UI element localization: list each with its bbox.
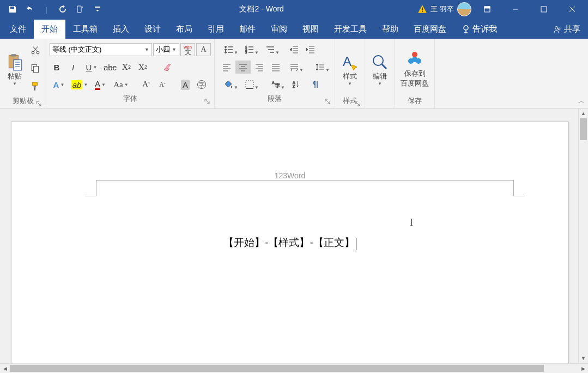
format-painter-icon[interactable] (28, 79, 43, 93)
clear-format-icon[interactable] (161, 61, 175, 74)
group-save: 保存到 百度网盘 保存 (395, 39, 435, 108)
tab-file[interactable]: 文件 (2, 20, 34, 39)
collapse-ribbon-icon[interactable]: ︿ (578, 97, 585, 106)
window-title: 文档2 - Word (106, 4, 417, 14)
avatar[interactable] (457, 2, 471, 16)
enclose-char-icon[interactable]: A (178, 78, 192, 91)
document-area[interactable]: 123Word 【开始】-【样式】-【正文】 I (0, 109, 588, 363)
page[interactable]: 123Word 【开始】-【样式】-【正文】 I (11, 122, 569, 363)
sort-icon[interactable]: AZ (287, 78, 306, 91)
font-name-combo[interactable]: 等线 (中文正文)▼ (50, 43, 152, 56)
circled-char-icon[interactable]: 字 (195, 78, 209, 91)
svg-point-15 (558, 28, 560, 30)
tab-review[interactable]: 审阅 (263, 20, 295, 39)
editing-button[interactable]: 编辑 ▼ (367, 40, 392, 96)
svg-text:Z: Z (293, 85, 295, 88)
svg-line-85 (382, 64, 386, 69)
copy-icon[interactable] (28, 61, 43, 75)
align-left-icon[interactable] (219, 61, 234, 74)
hscroll-track[interactable] (10, 364, 578, 373)
font-size-combo[interactable]: 小四▼ (153, 43, 179, 56)
tab-home[interactable]: 开始 (34, 20, 65, 39)
scroll-down-icon[interactable]: ▼ (579, 353, 588, 363)
scroll-right-icon[interactable]: ▶ (578, 364, 588, 373)
user-name[interactable]: 王 羽卒 (431, 4, 454, 14)
char-border-icon[interactable]: A (196, 43, 211, 56)
paragraph-launcher-icon[interactable] (324, 97, 331, 105)
warning-icon (417, 4, 427, 14)
group-clipboard: 粘贴 ▼ 剪贴板 (0, 39, 46, 108)
ribbon-display-icon[interactable] (475, 1, 500, 17)
svg-point-22 (32, 52, 34, 55)
grow-font-icon[interactable]: Aˇ (139, 78, 153, 91)
cut-icon[interactable] (28, 43, 43, 57)
styles-launcher-icon[interactable] (354, 99, 361, 107)
phonetic-guide-icon[interactable]: wén文 (180, 43, 195, 56)
shading-icon[interactable]: ▼ (219, 78, 239, 91)
align-justify-icon[interactable] (268, 61, 283, 74)
ibeam-cursor-icon: I (410, 217, 413, 228)
char-shading-icon[interactable]: Aa▼ (112, 78, 130, 91)
horizontal-scrollbar[interactable]: ◀ ▶ (0, 363, 588, 373)
scroll-left-icon[interactable]: ◀ (0, 364, 10, 373)
minimize-icon[interactable] (503, 1, 528, 17)
tab-tell-me[interactable]: 告诉我 (454, 20, 505, 39)
paste-button[interactable]: 粘贴 ▼ (2, 40, 27, 96)
tab-help[interactable]: 帮助 (374, 20, 406, 39)
tab-baidu[interactable]: 百度网盘 (406, 20, 454, 39)
strikethrough-button[interactable]: abc (103, 61, 117, 74)
svg-rect-0 (77, 6, 81, 13)
svg-point-86 (412, 52, 417, 57)
line-spacing-icon[interactable]: ▼ (311, 61, 330, 74)
save-baidu-button[interactable]: 保存到 百度网盘 (397, 40, 432, 96)
vertical-scrollbar[interactable]: ▲ ▼ (578, 109, 588, 363)
show-marks-icon[interactable] (307, 78, 323, 91)
increase-indent-icon[interactable] (303, 43, 318, 56)
tab-insert[interactable]: 插入 (105, 20, 137, 39)
clipboard-launcher-icon[interactable] (35, 99, 43, 107)
multilevel-icon[interactable]: ▼ (260, 43, 280, 56)
svg-rect-18 (14, 59, 22, 70)
touch-mode-icon[interactable] (72, 2, 88, 17)
tab-references[interactable]: 引用 (200, 20, 232, 39)
superscript-button[interactable]: X2 (136, 61, 150, 74)
undo-icon[interactable] (22, 2, 38, 17)
qat-customize-icon[interactable] (89, 2, 106, 17)
font-color-icon[interactable]: A▼ (91, 78, 110, 91)
align-center-icon[interactable] (235, 61, 251, 74)
close-icon[interactable] (560, 1, 585, 17)
borders-icon[interactable]: ▼ (240, 78, 259, 91)
hscroll-thumb[interactable] (10, 365, 544, 372)
text-effects-icon[interactable]: A▼ (50, 78, 68, 91)
font-launcher-icon[interactable] (203, 97, 211, 105)
align-right-icon[interactable] (252, 61, 267, 74)
tab-developer[interactable]: 开发工具 (326, 20, 374, 39)
tab-design[interactable]: 设计 (137, 20, 168, 39)
maximize-icon[interactable] (531, 1, 556, 17)
numbering-icon[interactable]: 123▼ (240, 43, 259, 56)
align-distribute-icon[interactable]: ▼ (284, 61, 304, 74)
tab-layout[interactable]: 布局 (168, 20, 200, 39)
tab-mailings[interactable]: 邮件 (232, 20, 263, 39)
scroll-up-icon[interactable]: ▲ (579, 109, 588, 118)
redo-icon[interactable] (54, 2, 71, 17)
tab-toolbox[interactable]: 工具箱 (65, 20, 105, 39)
shrink-font-icon[interactable]: Aˇ (155, 78, 169, 91)
italic-button[interactable]: I (66, 61, 80, 74)
save-icon[interactable] (4, 2, 21, 17)
bullets-icon[interactable]: ▼ (219, 43, 239, 56)
highlight-icon[interactable]: ab▼ (70, 78, 89, 91)
ribbon: 粘贴 ▼ 剪贴板 等线 (中文正文)▼ 小四▼ wén文 A B I U▼ (0, 39, 588, 109)
underline-button[interactable]: U▼ (82, 61, 101, 74)
styles-button[interactable]: A 样式 ▼ (337, 40, 362, 96)
subscript-button[interactable]: X2 (119, 61, 134, 74)
svg-rect-3 (422, 8, 423, 11)
svg-rect-17 (11, 54, 16, 56)
bold-button[interactable]: B (50, 61, 64, 74)
tab-share[interactable]: 共享 (545, 20, 588, 39)
decrease-indent-icon[interactable] (287, 43, 302, 56)
asian-layout-icon[interactable]: A字▼ (266, 78, 286, 91)
vscroll-thumb[interactable] (580, 118, 587, 140)
tab-view[interactable]: 视图 (295, 20, 326, 39)
editing-label (367, 96, 392, 108)
